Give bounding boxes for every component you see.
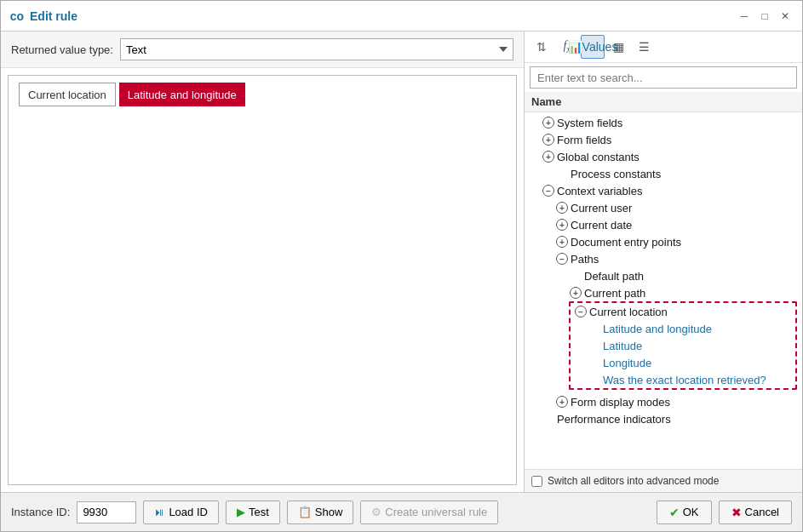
search-box (530, 66, 797, 89)
token-area: Current location Latitude and longitude (8, 75, 517, 485)
tree-item-context-variables[interactable]: − Context variables (525, 182, 802, 199)
tree-item-process-constants[interactable]: Process constants (525, 165, 802, 182)
expander-context-variables: − (542, 184, 555, 197)
close-button[interactable]: ✕ (777, 8, 794, 25)
tree-item-current-path[interactable]: + Current path (525, 284, 802, 301)
table-icon: ▦ (613, 40, 624, 54)
load-id-button[interactable]: ⏯ Load ID (143, 501, 219, 524)
expander-latitude (588, 339, 601, 352)
returned-value-label: Returned value type: (11, 43, 113, 56)
tree-item-current-user[interactable]: + Current user (525, 199, 802, 216)
show-button[interactable]: 📋 Show (287, 501, 354, 524)
load-id-label: Load ID (169, 506, 208, 518)
right-panel: ⇅ fx 📊 Values ▦ ☰ (525, 31, 802, 492)
expander-performance-indicators (542, 412, 555, 426)
item-label-current-date: Current date (571, 219, 632, 232)
expander-current-location: − (574, 305, 588, 318)
cancel-icon: ✖ (731, 506, 742, 519)
test-button[interactable]: ▶ Test (226, 501, 280, 524)
item-label-process-constants: Process constants (571, 168, 661, 180)
show-icon: 📋 (298, 506, 312, 518)
table-button[interactable]: ▦ (606, 35, 630, 59)
expander-current-path: + (569, 286, 582, 300)
tree-item-form-display-modes[interactable]: + Form display modes (525, 393, 802, 410)
tree-header: Name (525, 92, 802, 112)
tree-item-longitude[interactable]: Longitude (571, 354, 795, 371)
expander-system-fields: + (542, 116, 555, 129)
item-label-longitude: Longitude (603, 357, 651, 369)
item-label-current-path: Current path (584, 287, 645, 300)
list-icon: ☰ (639, 40, 650, 54)
expander-form-display-modes: + (555, 395, 569, 409)
item-label-latitude: Latitude (603, 340, 642, 352)
cancel-button[interactable]: ✖ Cancel (719, 501, 792, 524)
left-panel: Returned value type: Text Current locati… (1, 31, 525, 492)
tree-item-paths[interactable]: − Paths (525, 250, 802, 267)
item-label-current-location: Current location (589, 306, 668, 318)
edit-rule-dialog: co Edit rule ─ □ ✕ Returned value type: … (0, 0, 803, 532)
tree-item-global-constants[interactable]: + Global constants (525, 148, 802, 165)
ok-button[interactable]: ✔ OK (657, 501, 712, 524)
tree-item-exact-location[interactable]: Was the exact location retrieved? (571, 371, 795, 388)
advanced-mode-checkbox[interactable] (531, 476, 542, 487)
cancel-label: Cancel (745, 506, 779, 518)
item-label-exact-location: Was the exact location retrieved? (603, 374, 766, 386)
sort-button[interactable]: ⇅ (530, 35, 553, 59)
expander-default-path (569, 269, 582, 283)
values-button[interactable]: 📊 Values (581, 35, 605, 59)
token-current-location[interactable]: Current location (19, 83, 116, 106)
item-label-paths: Paths (571, 253, 599, 266)
item-label-current-user: Current user (571, 202, 632, 215)
sort-icon: ⇅ (536, 40, 547, 54)
dialog-icon: co (9, 9, 25, 24)
create-rule-icon: ⚙ (371, 506, 381, 518)
expander-lat-long (588, 322, 601, 335)
tree-item-system-fields[interactable]: + System fields (525, 114, 802, 131)
advanced-mode-row: Switch all editors into advanced mode (525, 469, 802, 492)
tree-header-label: Name (531, 95, 561, 108)
returned-value-row: Returned value type: Text (1, 31, 524, 68)
tree-item-performance-indicators[interactable]: Performance indicators (525, 410, 802, 427)
ok-icon: ✔ (669, 506, 680, 519)
tree-item-form-fields[interactable]: + Form fields (525, 131, 802, 148)
item-label-document-entry-points: Document entry points (571, 236, 681, 249)
token-lat-long[interactable]: Latitude and longitude (119, 83, 245, 106)
tree-item-current-date[interactable]: + Current date (525, 216, 802, 233)
create-universal-rule-button[interactable]: ⚙ Create universal rule (360, 501, 498, 524)
tree-item-current-location[interactable]: − Current location (571, 303, 795, 320)
returned-value-select[interactable]: Text (120, 38, 513, 60)
test-label: Test (249, 506, 269, 518)
list-button[interactable]: ☰ (632, 35, 656, 59)
tree-item-latitude[interactable]: Latitude (571, 337, 795, 354)
instance-id-input[interactable] (77, 501, 136, 523)
expander-global-constants: + (542, 150, 555, 163)
load-id-icon: ⏯ (154, 506, 165, 518)
restore-button[interactable]: □ (756, 8, 773, 25)
expander-form-fields: + (542, 133, 555, 146)
item-label-default-path: Default path (584, 270, 644, 283)
tree-item-document-entry-points[interactable]: + Document entry points (525, 233, 802, 250)
tree-item-lat-long[interactable]: Latitude and longitude (571, 320, 795, 337)
search-input[interactable] (530, 66, 797, 89)
item-label-lat-long: Latitude and longitude (603, 323, 712, 335)
title-bar-controls: ─ □ ✕ (736, 8, 794, 25)
item-label-global-constants: Global constants (557, 151, 640, 163)
expander-exact-location (588, 373, 601, 386)
item-label-system-fields: System fields (557, 117, 622, 129)
values-icon: 📊 (568, 40, 582, 54)
tree-item-default-path[interactable]: Default path (525, 267, 802, 284)
item-label-performance-indicators: Performance indicators (557, 413, 671, 426)
dialog-title: Edit rule (30, 9, 77, 23)
expander-paths: − (555, 252, 569, 266)
item-label-form-display-modes: Form display modes (571, 396, 670, 409)
expander-process-constants (555, 167, 569, 180)
item-label-form-fields: Form fields (557, 134, 611, 146)
instance-id-label: Instance ID: (11, 506, 70, 518)
current-location-box: − Current location Latitude and longitud… (569, 301, 797, 390)
advanced-mode-label: Switch all editors into advanced mode (548, 475, 719, 487)
content-area: Returned value type: Text Current locati… (1, 31, 802, 492)
expander-document-entry-points: + (555, 235, 569, 249)
expander-current-user: + (555, 201, 569, 215)
minimize-button[interactable]: ─ (736, 8, 753, 25)
title-bar-left: co Edit rule (9, 9, 77, 24)
